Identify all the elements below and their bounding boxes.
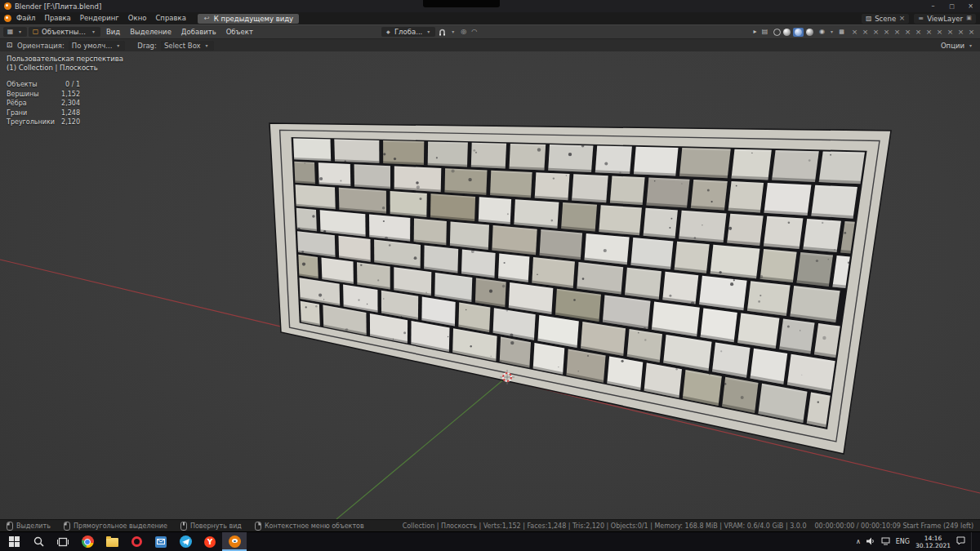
chrome-taskbar-button[interactable]	[75, 532, 100, 551]
status-bar: Выделить Прямоугольное выделение Поверну…	[0, 519, 980, 531]
options-dropdown[interactable]: Опции	[941, 42, 974, 50]
x-icon[interactable]	[904, 28, 911, 36]
menu-file[interactable]: Файл	[12, 12, 39, 24]
maximize-button[interactable]	[942, 0, 961, 12]
menu-window[interactable]: Окно	[124, 12, 151, 24]
editor-type-icon	[7, 28, 14, 36]
x-icon[interactable]	[968, 28, 975, 36]
windows-taskbar: ENG 14:16 30.12.2021	[0, 531, 980, 551]
shading-wireframe-icon[interactable]	[773, 28, 781, 36]
scene-unlink-icon[interactable]	[898, 15, 906, 23]
mail-icon	[155, 536, 167, 548]
network-icon[interactable]	[881, 537, 890, 547]
x-icon[interactable]	[947, 28, 954, 36]
chrome-icon	[82, 535, 94, 548]
minimize-button[interactable]	[924, 0, 942, 12]
menu-help[interactable]: Справка	[151, 12, 189, 24]
shading-solid-icon[interactable]	[783, 28, 791, 36]
blender-taskbar-icon	[229, 535, 241, 548]
stat-faces: Грани 1,248	[7, 109, 80, 118]
drag-mode-dropdown[interactable]: Select Box	[161, 41, 214, 51]
x-icon[interactable]	[936, 28, 943, 36]
statistics-overlay: Объекты 0 / 1 Вершины 1,152 Рёбра 2,304 …	[7, 80, 80, 127]
notification-center-icon[interactable]	[956, 536, 965, 547]
context-path-label: (1) Collection | Плоскость	[7, 64, 123, 73]
scene-selector[interactable]: Scene	[862, 14, 909, 24]
shading-material-icon[interactable]	[793, 28, 804, 37]
opera-taskbar-button[interactable]	[124, 532, 149, 551]
viewport-canvas[interactable]	[0, 51, 980, 519]
options-label: Опции	[941, 42, 964, 50]
back-button-label: К предыдущему виду	[214, 15, 293, 23]
falloff-icon[interactable]	[470, 28, 478, 36]
search-button[interactable]	[26, 532, 51, 551]
windows-logo-icon	[9, 536, 20, 547]
hint-box-select: Прямоугольное выделение	[64, 522, 167, 531]
x-icon[interactable]	[893, 28, 901, 36]
mode-label: Объектный режим	[42, 28, 87, 36]
recorder-status-text: 00:00:00:00 / 00:00:10:09 Start Frame (2…	[815, 522, 974, 530]
show-desktop-button[interactable]	[971, 532, 975, 551]
x-icon[interactable]	[862, 28, 869, 36]
telegram-taskbar-button[interactable]	[173, 532, 198, 551]
proportional-edit-icon[interactable]	[460, 28, 467, 36]
menu-add[interactable]: Добавить	[177, 26, 220, 38]
back-to-previous-button[interactable]: К предыдущему виду	[198, 14, 299, 24]
editor-type-dropdown[interactable]	[3, 27, 27, 37]
stat-objects: Объекты 0 / 1	[7, 80, 80, 90]
mode-dropdown[interactable]: Объектный режим	[29, 27, 100, 37]
new-viewlayer-icon[interactable]	[965, 15, 973, 23]
taskbar-clock[interactable]: 14:16 30.12.2021	[915, 535, 951, 549]
active-tool-icon[interactable]	[6, 42, 13, 50]
task-view-button[interactable]	[51, 532, 75, 551]
clock-time: 14:16	[915, 535, 951, 542]
stone-slab-object[interactable]	[270, 123, 891, 454]
viewlayer-selector[interactable]: ViewLayer	[914, 14, 976, 24]
x-icon[interactable]	[925, 28, 933, 36]
orientation-value-dropdown[interactable]: По умолч...	[69, 41, 126, 51]
explorer-taskbar-button[interactable]	[100, 532, 124, 551]
x-icon[interactable]	[883, 28, 890, 36]
viewport-3d[interactable]: Пользовательская перспектива (1) Collect…	[0, 51, 980, 519]
x-icon[interactable]	[872, 28, 880, 36]
yandex-icon	[204, 536, 216, 548]
shading-rendered-icon[interactable]	[806, 28, 813, 36]
hint-rotate-view: Повернуть вид	[180, 522, 242, 531]
object-mode-icon	[32, 28, 39, 36]
menu-edit[interactable]: Правка	[40, 12, 74, 24]
mail-taskbar-button[interactable]	[149, 532, 173, 551]
tray-chevron-icon[interactable]	[856, 538, 861, 545]
menu-select[interactable]: Выделение	[126, 26, 176, 38]
blender-menu-icon[interactable]	[4, 15, 11, 22]
start-button[interactable]	[2, 532, 26, 551]
window-title: Blender [F:\Плита.blend]	[15, 2, 101, 11]
menu-object[interactable]: Объект	[222, 26, 257, 38]
x-icon[interactable]	[851, 28, 858, 36]
stat-vertices: Вершины 1,152	[7, 90, 80, 100]
close-button[interactable]	[961, 0, 980, 12]
drag-value: Select Box	[164, 42, 201, 50]
x-icon[interactable]	[957, 28, 964, 36]
system-tray: ENG 14:16 30.12.2021	[856, 532, 978, 551]
show-gizmo-icon[interactable]	[761, 28, 768, 36]
menu-view3d[interactable]: Вид	[102, 26, 124, 38]
yandex-taskbar-button[interactable]	[198, 532, 222, 551]
recording-overlay	[423, 0, 500, 7]
xray-toggle-icon[interactable]	[838, 28, 845, 36]
viewport-header: Объектный режим Вид Выделение Добавить О…	[0, 24, 980, 38]
volume-icon[interactable]	[866, 537, 875, 547]
language-indicator[interactable]: ENG	[896, 538, 910, 545]
overlays-icon[interactable]	[818, 28, 826, 36]
menu-render[interactable]: Рендеринг	[76, 12, 123, 24]
mouse-left-drag-icon	[64, 522, 70, 531]
select-visibility-icon[interactable]	[751, 28, 759, 36]
x-icon[interactable]	[915, 28, 922, 36]
overlays-chevron-icon[interactable]	[828, 28, 835, 36]
transform-orientation-dropdown[interactable]: Глоба...	[381, 27, 435, 37]
task-view-icon	[57, 537, 69, 547]
snap-magnet-icon[interactable]	[439, 28, 446, 36]
blender-taskbar-button[interactable]	[222, 532, 247, 551]
snap-settings-chevron-icon[interactable]	[449, 28, 457, 36]
drag-label: Drag:	[137, 42, 157, 50]
missing-icons-row	[851, 28, 977, 36]
